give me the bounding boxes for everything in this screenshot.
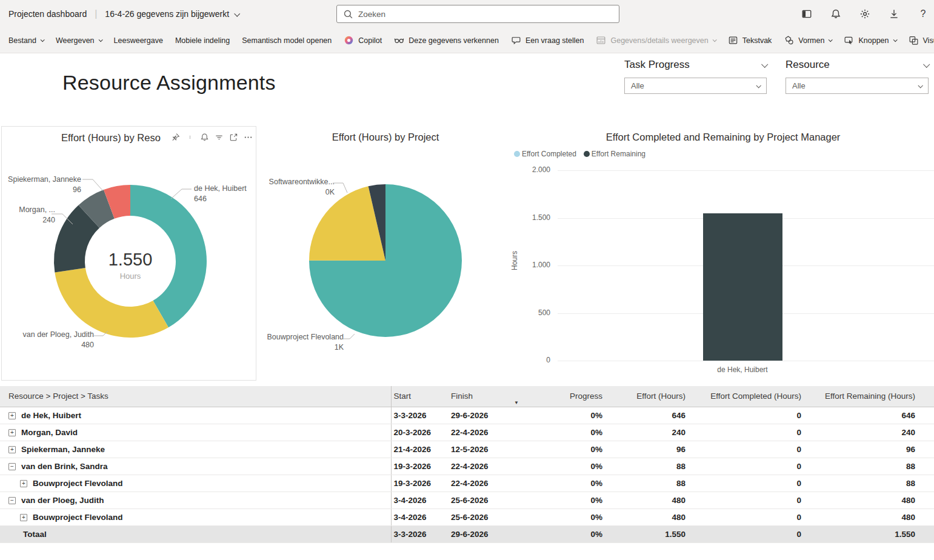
more-options-icon[interactable] (243, 132, 253, 142)
alert-bell-icon[interactable] (199, 132, 209, 142)
help-icon[interactable]: ? (918, 8, 929, 19)
menu-item-vraag-stellen[interactable]: Een vraag stellen (511, 35, 584, 45)
matrix-row[interactable]: +Bouwproject Flevoland3-4-202625-6-20260… (0, 508, 934, 525)
expand-toggle[interactable]: + (8, 429, 16, 436)
progress-value: 0% (522, 492, 602, 508)
slicer-dropdown-task-progress[interactable]: Alle (624, 78, 767, 94)
settings-gear-icon[interactable] (859, 8, 870, 19)
search-input[interactable] (358, 10, 613, 19)
gridline (558, 361, 934, 361)
progress-value: 0% (522, 441, 602, 458)
row-filler (915, 475, 934, 492)
effort-remaining-hours: 240 (801, 424, 915, 441)
menu-item-tekstvak[interactable]: Tekstvak (728, 35, 772, 45)
slicer-dropdown-resource[interactable]: Alle (786, 78, 929, 94)
expand-toggle[interactable]: + (20, 480, 27, 487)
menu-item-vormen[interactable]: Vormen (784, 35, 832, 45)
sort-descending-icon[interactable]: ▼ (514, 400, 519, 405)
column-header-progress[interactable]: Progress (522, 386, 602, 407)
effort-remaining-hours: 480 (801, 492, 915, 508)
copilot-icon (344, 35, 354, 45)
matrix-row[interactable]: −van den Brink, Sandra19-3-202622-4-2026… (0, 458, 934, 475)
matrix-row[interactable]: −van der Ploeg, Judith3-4-202625-6-20260… (0, 492, 934, 508)
chevron-down-icon[interactable] (761, 61, 768, 68)
breadcrumb[interactable]: Projecten dashboard (8, 9, 87, 19)
project-name: Bouwproject Flevoland (33, 513, 123, 522)
pin-icon[interactable] (170, 132, 180, 142)
update-status-text: 16-4-26 gegevens zijn bijgewerkt (105, 9, 229, 19)
finish-date: 25-6-2026 (450, 508, 522, 525)
bar-effort-remaining[interactable] (703, 213, 782, 361)
menu-item-leesweergave[interactable]: Leesweergave (114, 36, 163, 45)
effort-completed-hours: 0 (685, 458, 801, 475)
download-icon[interactable] (889, 8, 899, 19)
collapse-toggle[interactable]: − (8, 463, 16, 470)
menu-item-gegevens-details[interactable]: Gegevens/details weergeven (596, 35, 715, 45)
y-axis-tick: 500 (512, 308, 550, 317)
more-vertical-icon[interactable] (185, 132, 195, 142)
focus-mode-icon[interactable] (228, 132, 238, 142)
column-header-effort-remaining-hours-[interactable]: Effort Remaining (Hours) (801, 386, 915, 407)
menu-item-semantisch-model[interactable]: Semantisch model openen (242, 36, 332, 45)
chevron-down-icon (893, 38, 897, 42)
finish-date: 22-4-2026 (450, 424, 522, 441)
pie-chart-title: Effort (Hours) by Project (258, 132, 513, 143)
effort-remaining-hours: 646 (801, 407, 915, 424)
expand-toggle[interactable]: + (20, 514, 27, 521)
resource-name: van der Ploeg, Judith (21, 496, 104, 505)
divider: | (95, 8, 97, 19)
finish-date: 22-4-2026 (450, 475, 522, 492)
layout-panel-icon[interactable] (801, 8, 812, 19)
matrix-row[interactable]: +Spiekerman, Janneke21-4-202612-5-20260%… (0, 441, 934, 458)
matrix-row[interactable]: +de Hek, Huibert3-3-202629-6-20260%64606… (0, 407, 934, 424)
matrix-row[interactable]: +Morgan, David20-3-202622-4-20260%240024… (0, 424, 934, 441)
column-header-effort-completed-hours-[interactable]: Effort Completed (Hours) (685, 386, 801, 407)
row-filler (915, 441, 934, 458)
chevron-down-icon (41, 38, 45, 42)
row-filler (915, 458, 934, 475)
pie-chart-visual: Effort (Hours) by Project Softwareontwik… (258, 126, 513, 381)
collapse-toggle[interactable]: − (8, 497, 16, 504)
menu-item-mobiele-indeling[interactable]: Mobiele indeling (175, 36, 230, 45)
chevron-down-icon (712, 38, 716, 42)
legend-item-effort-completed[interactable]: Effort Completed (514, 150, 576, 158)
chevron-down-icon[interactable] (923, 61, 930, 68)
project-name: Bouwproject Flevoland (33, 479, 123, 488)
column-header-start[interactable]: Start (391, 386, 450, 407)
bar-chart-legend: Effort Completed Effort Remaining (514, 150, 645, 158)
menu-item-bestand[interactable]: Bestand (8, 36, 44, 45)
column-header-finish[interactable]: Finish▼ (450, 386, 522, 407)
menu-item-copilot[interactable]: Copilot (344, 35, 382, 45)
notifications-bell-icon[interactable] (830, 8, 841, 19)
chevron-down-icon (234, 10, 240, 16)
resource-name: Morgan, David (21, 428, 78, 437)
filter-icon[interactable] (214, 132, 224, 142)
update-status-dropdown[interactable]: 16-4-26 gegevens zijn bijgewerkt (105, 9, 239, 19)
visual-interactions-icon (909, 35, 919, 45)
donut-chart-visual: Effort (Hours) by Reso 1.550 Hours Spiek… (1, 126, 256, 381)
menu-item-visuele-interacties[interactable]: Visuele in (909, 35, 934, 45)
menu-item-weergeven[interactable]: Weergeven (56, 36, 102, 45)
effort-remaining-hours: 88 (801, 458, 915, 475)
column-header-resource-project-tasks[interactable]: Resource > Project > Tasks (0, 386, 391, 407)
menu-item-knoppen[interactable]: Knoppen (844, 35, 896, 45)
expand-toggle[interactable]: + (8, 446, 16, 453)
resource-name: Spiekerman, Janneke (21, 445, 105, 454)
legend-item-effort-remaining[interactable]: Effort Remaining (584, 150, 645, 158)
chevron-down-icon (98, 38, 102, 42)
column-header-effort-hours-[interactable]: Effort (Hours) (602, 386, 685, 407)
matrix-row[interactable]: +Bouwproject Flevoland19-3-202622-4-2026… (0, 475, 934, 492)
menu-item-gegevens-verkennen[interactable]: Deze gegevens verkennen (394, 35, 499, 45)
row-filler (915, 492, 934, 508)
row-filler (915, 407, 934, 424)
finish-date: 29-6-2026 (450, 525, 522, 542)
slicer-resource: Resource Alle (786, 58, 929, 94)
search-box[interactable] (336, 5, 619, 23)
finish-date: 22-4-2026 (450, 458, 522, 475)
effort-completed-hours: 0 (685, 407, 801, 424)
expand-toggle[interactable]: + (8, 412, 16, 419)
y-axis-tick: 0 (512, 356, 550, 364)
donut-slice-1[interactable] (55, 268, 168, 338)
start-date: 19-3-2026 (391, 458, 450, 475)
matrix-total-row[interactable]: Totaal3-3-202629-6-20260%1.55001.550 (0, 525, 934, 542)
